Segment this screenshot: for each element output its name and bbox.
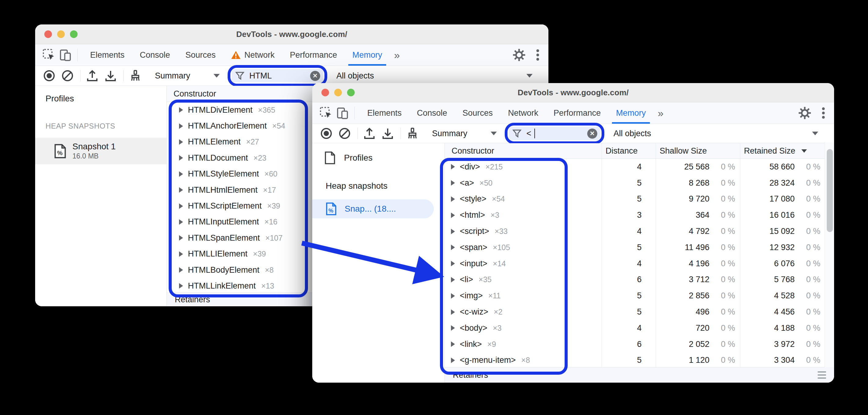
disclosure-triangle-icon[interactable] [179,219,183,225]
constructor-column-header[interactable]: Constructor [167,89,216,99]
table-row[interactable]: <g-menu-item> ×8 5 1 120 0 % 3 304 0 % [445,352,834,369]
zoom-icon[interactable] [347,89,355,96]
tab[interactable]: Network [500,102,546,124]
tab[interactable]: Console [132,44,178,66]
tab[interactable]: Memory [345,44,390,66]
disclosure-triangle-icon[interactable] [179,283,183,289]
disclosure-triangle-icon[interactable] [179,139,183,145]
dropdown-caret-icon[interactable] [526,74,532,77]
disclosure-triangle-icon[interactable] [179,123,183,129]
disclosure-triangle-icon[interactable] [179,187,183,193]
kebab-menu-icon[interactable] [536,49,539,61]
distance-value: 6 [601,272,656,288]
download-icon[interactable] [104,69,117,83]
disclosure-triangle-icon[interactable] [451,164,455,169]
tab[interactable]: Elements [360,102,409,124]
more-tabs-icon[interactable]: » [653,108,668,118]
record-icon[interactable] [319,127,333,140]
clear-brush-icon[interactable] [406,127,419,140]
disclosure-triangle-icon[interactable] [451,325,455,331]
table-row[interactable]: <link> ×9 6 2 052 0 % 3 972 0 % [445,336,834,352]
distance-column-header[interactable]: Distance [601,143,656,158]
close-icon[interactable] [44,31,52,38]
tab[interactable]: Elements [83,44,132,66]
record-icon[interactable] [42,69,56,83]
class-filter-input[interactable]: HTML ✕ [231,69,323,83]
constructor-column-header[interactable]: Constructor [445,146,601,156]
gear-icon[interactable] [513,49,525,61]
disclosure-triangle-icon[interactable] [179,235,183,241]
tab[interactable]: Memory [608,102,653,124]
disclosure-triangle-icon[interactable] [451,245,455,250]
table-row[interactable]: <html> ×3 3 364 0 % 16 016 0 % [445,207,834,223]
disclosure-triangle-icon[interactable] [179,155,183,161]
object-scope-select[interactable]: All objects [614,129,651,138]
kebab-menu-icon[interactable] [822,107,825,119]
disclosure-triangle-icon[interactable] [451,342,455,347]
table-row[interactable]: <div> ×215 4 25 568 0 % 58 660 0 % [445,159,834,175]
perspective-select[interactable]: Summary [155,71,220,81]
constructor-name: <html> [460,211,485,220]
table-row[interactable]: <img> ×11 5 2 856 0 % 4 528 0 % [445,288,834,304]
disclosure-triangle-icon[interactable] [451,229,455,234]
inspect-icon[interactable] [319,106,333,120]
disclosure-triangle-icon[interactable] [451,196,455,202]
device-toolbar-icon[interactable] [336,106,349,120]
clear-filter-icon[interactable]: ✕ [587,129,597,139]
titlebar[interactable]: DevTools - www.google.com/ [35,25,549,44]
minimize-icon[interactable] [334,89,342,96]
disclosure-triangle-icon[interactable] [451,293,455,299]
tab[interactable]: Network [223,44,282,66]
class-filter-input[interactable]: < ✕ [509,127,600,140]
object-scope-select[interactable]: All objects [336,71,374,81]
clear-brush-icon[interactable] [129,69,142,83]
hamburger-icon[interactable] [817,371,826,379]
zoom-icon[interactable] [70,31,78,38]
snapshot-item[interactable]: % Snapshot 1 16.0 MB [35,138,166,164]
disclosure-triangle-icon[interactable] [451,309,455,315]
table-row[interactable]: <c-wiz> ×2 5 496 0 % 4 456 0 % [445,304,834,320]
disclosure-triangle-icon[interactable] [179,251,183,257]
inspect-icon[interactable] [42,48,56,62]
disclosure-triangle-icon[interactable] [179,203,183,209]
scrollbar-thumb[interactable] [827,149,833,232]
block-icon[interactable] [61,69,74,83]
dropdown-caret-icon[interactable] [812,132,818,135]
disclosure-triangle-icon[interactable] [451,261,455,266]
upload-icon[interactable] [86,69,99,83]
table-row[interactable]: <script> ×33 4 4 792 0 % 15 092 0 % [445,223,834,240]
upload-icon[interactable] [363,127,376,140]
titlebar[interactable]: DevTools - www.google.com/ [312,83,834,102]
disclosure-triangle-icon[interactable] [451,213,455,218]
disclosure-triangle-icon[interactable] [179,107,183,113]
clear-filter-icon[interactable]: ✕ [310,71,320,81]
disclosure-triangle-icon[interactable] [451,180,455,186]
perspective-select[interactable]: Summary [432,129,497,138]
block-icon[interactable] [338,127,351,140]
disclosure-triangle-icon[interactable] [179,171,183,177]
tab[interactable]: Performance [282,44,345,66]
device-toolbar-icon[interactable] [58,48,72,62]
retainers-bar[interactable]: Retainers [445,367,834,383]
more-tabs-icon[interactable]: » [390,50,404,60]
table-row[interactable]: <body> ×3 4 720 0 % 4 188 0 % [445,320,834,336]
table-row[interactable]: <li> ×35 6 3 712 0 % 5 768 0 % [445,272,834,288]
tab[interactable]: Performance [546,102,609,124]
minimize-icon[interactable] [57,31,65,38]
shallow-size-column-header[interactable]: Shallow Size [656,143,740,158]
table-row[interactable]: <style> ×54 5 9 720 0 % 17 080 0 % [445,191,834,208]
table-row[interactable]: <a> ×50 5 8 268 0 % 28 324 0 % [445,175,834,191]
tab[interactable]: Sources [455,102,500,124]
tab[interactable]: Console [409,102,455,124]
table-row[interactable]: <input> ×14 4 4 196 0 % 6 076 0 % [445,256,834,272]
disclosure-triangle-icon[interactable] [451,358,455,363]
close-icon[interactable] [321,89,329,96]
disclosure-triangle-icon[interactable] [179,267,183,273]
snapshot-item-selected[interactable]: % Snap... (18.... [312,199,434,218]
disclosure-triangle-icon[interactable] [451,277,455,283]
tab[interactable]: Sources [178,44,223,66]
download-icon[interactable] [381,127,395,140]
table-row[interactable]: <span> ×105 5 11 496 0 % 12 932 0 % [445,240,834,256]
retained-size-column-header[interactable]: Retained Size [740,143,825,158]
gear-icon[interactable] [799,107,811,119]
